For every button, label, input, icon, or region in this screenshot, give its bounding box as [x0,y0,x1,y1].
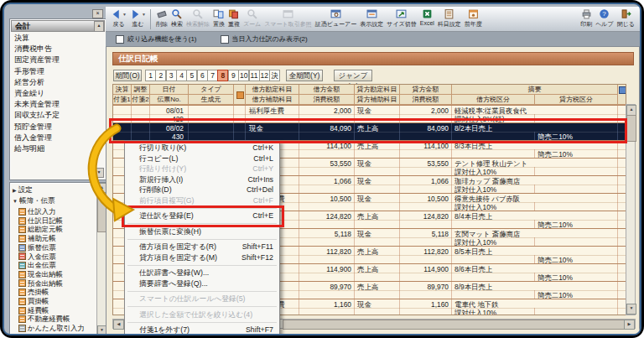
dropdown-arrow-icon[interactable]: ▼ [142,12,146,17]
sidebar-item-6[interactable]: 未来資金管理 [12,99,95,110]
jump-button[interactable]: ジャンプ(M) [334,70,372,81]
period-button-5[interactable]: 5 [186,70,197,81]
sidebar-item-総勘定元帳[interactable]: 総勘定元帳 [18,225,63,234]
toolbar-button-科目設定[interactable]: 科目設定 [436,8,463,29]
column-config-icon[interactable] [619,86,626,94]
checkbox-icon[interactable] [116,35,124,44]
tree-item-settings[interactable]: ▶設定 [13,185,33,195]
period-label-button[interactable]: 期間(O) [113,70,142,81]
menu-item-逆仕訳を登録(E)[interactable]: 逆仕訳を登録(E)Ctrl+E [125,211,279,221]
period-button-7[interactable]: 7 [207,70,218,81]
filter-checkbox-narrow-down[interactable]: 絞り込み機能を使う(1) [116,34,197,44]
toolbar-button-印刷[interactable]: 印刷 [579,8,594,29]
sidebar-item-かんたん取引入力[interactable]: かんたん取引入力 [18,324,85,333]
toolbar-button-証憑ビューアー[interactable]: 証憑ビューアー [314,8,359,29]
toolbar-button-サイズ切替[interactable]: サイズ切替 [385,8,418,29]
toolbar-button-Excel[interactable]: Excel [418,8,436,29]
sidebar-item-売掛帳[interactable]: 売掛帳 [18,288,49,297]
sidebar-item-9[interactable]: 借入金管理 [12,133,95,143]
scroll-right-icon[interactable]: ▶ [624,320,635,330]
toolbar-button-ヘルプ[interactable]: ?ヘルプ [594,8,615,29]
menu-item-付箋1を外す(7)[interactable]: 付箋1を外す(7)Shift+F7 [125,325,279,335]
period-button-3[interactable]: 3 [166,70,177,81]
sidebar-item-買掛帳[interactable]: 買掛帳 [18,297,49,306]
cell-credit-account: 現金 [357,300,399,309]
sidebar-item-10[interactable]: 給与明細 [12,143,95,154]
sidebar-item-5[interactable]: 資金繰り [12,88,95,99]
toolbar-button-削除[interactable]: 削除 [154,8,169,29]
period-button-決[interactable]: 決 [269,70,280,81]
sidebar-item-仕訳入力[interactable]: 仕訳入力 [18,207,56,216]
period-button-8[interactable]: 8 [217,70,228,81]
sidebar-item-仕訳日記帳[interactable]: 仕訳日記帳 [18,216,63,226]
menu-item-行削除(D)[interactable]: 行削除(D)Ctrl+Del [125,185,279,195]
toolbar-button-閉じる[interactable]: 閉じる [615,8,636,29]
period-button-9[interactable]: 9 [228,70,239,81]
toolbar-button-置換[interactable]: 置換 [211,8,226,29]
sidebar-item-振替伝票[interactable]: 振替伝票 [18,243,56,252]
sidebar-item-預金出納帳[interactable]: 預金出納帳 [18,279,63,289]
sidebar-item-出金伝票[interactable]: 出金伝票 [18,261,56,270]
menu-item-label: 逆仕訳を登録(E) [139,211,194,220]
period-button-10[interactable]: 10 [238,70,249,81]
table-row[interactable]: 08/01429福利厚生費2,000現金2,000軽減税率:従業員夜食代課対仕入… [113,105,626,122]
sidebar-scrollbar[interactable]: ▲ ▼ [96,183,106,335]
menu-item-行切り取り(K)[interactable]: 行切り取り(K)Ctrl+K [125,143,279,153]
scroll-left-icon[interactable]: ◀ [113,320,124,330]
cell-credit-amount: 5,118 [400,230,449,238]
sidebar-item-補助元帳[interactable]: 補助元帳 [18,234,56,243]
toolbar-button-進む[interactable]: ▼進む [128,8,148,29]
scrollbar-thumb[interactable] [626,115,636,142]
menu-item-借方項目を固定する(R)[interactable]: 借方項目を固定する(R)Shift+F11 [125,242,279,252]
list-scroll-down-icon[interactable]: ▼ [94,168,104,178]
period-button-1[interactable]: 1 [145,70,156,81]
table-row[interactable]: 08/02430現金84,090売上高84,0908/2本日売上簡売二10% [113,122,626,140]
menu-item-貸方項目を固定する(M)[interactable]: 貸方項目を固定する(M)Shift+F12 [125,252,279,263]
period-button-4[interactable]: 4 [176,70,187,81]
grid-line [451,194,452,211]
sidebar-item-8[interactable]: 預貯金管理 [12,122,95,133]
sidebar-item-現金出納帳[interactable]: 現金出納帳 [18,270,63,279]
tree-item-books-vouchers[interactable]: ▼帳簿・伝票 [13,195,55,205]
panel-close-icon[interactable]: × [92,9,103,18]
sidebar-item-入金伝票[interactable]: 入金伝票 [18,252,56,262]
sidebar-item-3[interactable]: 手形管理 [12,66,95,77]
list-scroll-up-icon[interactable]: ▲ [94,21,104,32]
checkbox-icon[interactable] [221,35,229,44]
filter-checkbox-today-only[interactable]: 当日入力仕訳のみ表示(2) [221,34,308,44]
column-header: 決算 [113,85,132,95]
vertical-scrollbar[interactable]: ▲ ▼ [626,104,636,315]
toolbar-button-検索[interactable]: 検索 [169,8,184,29]
sidebar-item-家事按分振替[interactable]: 家事按分振替 [18,333,70,335]
menu-item-付箋2を外す(8)[interactable]: 付箋2を外す(8)Shift+F8 [125,335,279,336]
grid-line [534,290,535,299]
toolbar-button-前年度[interactable]: 前年度 [463,8,484,29]
period-button-6[interactable]: 6 [197,70,208,81]
menu-item-摘要辞書へ登録(Q)...[interactable]: 摘要辞書へ登録(Q)... [125,278,279,289]
sidebar-item-不動産経費帳[interactable]: 不動産経費帳 [18,315,70,324]
sidebar-item-4[interactable]: 経営分析 [12,77,95,88]
sidebar-item-経費帳[interactable]: 経費帳 [18,306,49,315]
cell-debit-account: 福利厚生費 [249,107,298,115]
sidebar-item-7[interactable]: 回収支払予定 [12,110,95,121]
sidebar-category-accounting[interactable]: 会計 [11,20,105,32]
toolbar-button-戻る[interactable]: ▼戻る [109,8,128,29]
cell-credit-amount: 89,970 [400,283,449,291]
menu-item-新規行挿入(I)[interactable]: 新規行挿入(I)Ctrl+Ins [125,174,279,185]
toolbar-button-ズーム: ズーム [242,8,262,29]
menu-item-仕訳辞書へ登録(W)...[interactable]: 仕訳辞書へ登録(W)... [125,268,279,278]
sidebar-item-0[interactable]: 決算 [12,33,95,44]
period-button-2[interactable]: 2 [155,70,166,81]
all-period-button[interactable]: 全期間(Y) [286,70,323,81]
menu-item-行コピー(L)[interactable]: 行コピー(L)Ctrl+L [125,153,279,164]
toolbar-button-表示設定[interactable]: 表示設定 [358,8,385,29]
dropdown-arrow-icon[interactable]: ▼ [122,12,127,17]
menu-item-振替伝票に変換(H)[interactable]: 振替伝票に変換(H) [125,226,279,237]
toolbar-button-重複[interactable]: 重複 [226,8,242,29]
period-button-12[interactable]: 12 [259,70,270,81]
sidebar-item-1[interactable]: 消費税申告 [12,44,95,55]
period-button-11[interactable]: 11 [249,70,260,81]
scroll-down-icon[interactable]: ▼ [626,304,636,315]
sidebar-item-2[interactable]: 固定資産管理 [12,55,95,65]
scrollbar-thumb[interactable] [283,320,626,330]
